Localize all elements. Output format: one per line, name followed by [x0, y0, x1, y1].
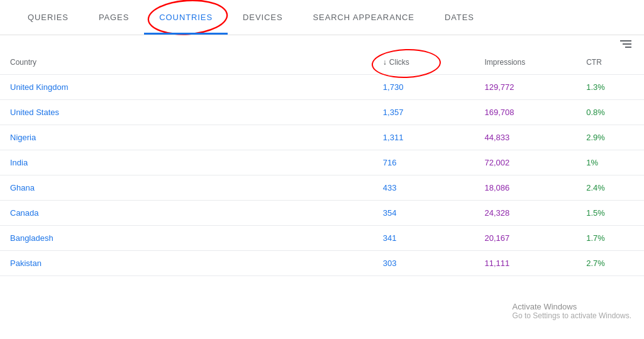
cell-clicks: 341	[373, 226, 475, 251]
cell-impressions: 169,708	[475, 100, 577, 125]
tab-devices[interactable]: DEVICES	[228, 0, 297, 35]
tab-search-appearance[interactable]: SEARCH APPEARANCE	[297, 0, 429, 35]
cell-clicks: 1,357	[373, 100, 475, 125]
tab-pages[interactable]: PAGES	[84, 0, 144, 35]
table-row: Ghana43318,0862.4%	[0, 175, 644, 201]
countries-table: Country ↓ Clicks Impressions CTR United …	[0, 50, 644, 276]
tab-countries[interactable]: COUNTRIES	[144, 0, 228, 35]
cell-impressions: 72,002	[475, 150, 577, 175]
cell-impressions: 44,833	[475, 125, 577, 150]
cell-ctr: 1.7%	[576, 226, 644, 251]
activate-windows-watermark: Activate Windows Go to Settings to activ…	[513, 302, 631, 320]
cell-ctr: 0.8%	[576, 100, 644, 125]
cell-ctr: 1.3%	[576, 75, 644, 100]
nav-tabs: QUERIES PAGES COUNTRIES DEVICES SEARCH A…	[0, 0, 644, 35]
table-row: Bangladesh34120,1671.7%	[0, 226, 644, 251]
cell-clicks: 303	[373, 251, 475, 276]
filter-button[interactable]	[620, 40, 631, 48]
cell-impressions: 18,086	[475, 175, 577, 201]
cell-country[interactable]: India	[0, 150, 373, 175]
table-row: Nigeria1,31144,8332.9%	[0, 125, 644, 150]
cell-ctr: 1.5%	[576, 201, 644, 226]
cell-impressions: 20,167	[475, 226, 577, 251]
cell-impressions: 24,328	[475, 201, 577, 226]
table-row: United Kingdom1,730129,7721.3%	[0, 75, 644, 100]
cell-clicks: 433	[373, 175, 475, 201]
header-country: Country	[0, 50, 373, 75]
cell-country[interactable]: United States	[0, 100, 373, 125]
cell-clicks: 716	[373, 150, 475, 175]
cell-clicks: 1,311	[373, 125, 475, 150]
cell-country[interactable]: Ghana	[0, 175, 373, 201]
table-row: Canada35424,3281.5%	[0, 201, 644, 226]
cell-country[interactable]: Canada	[0, 201, 373, 226]
cell-ctr: 2.4%	[576, 175, 644, 201]
header-impressions[interactable]: Impressions	[475, 50, 577, 75]
cell-ctr: 2.7%	[576, 251, 644, 276]
table-header-row: Country ↓ Clicks Impressions CTR	[0, 50, 644, 75]
cell-impressions: 129,772	[475, 75, 577, 100]
header-ctr[interactable]: CTR	[576, 50, 644, 75]
cell-country[interactable]: Pakistan	[0, 251, 373, 276]
table-body: United Kingdom1,730129,7721.3%United Sta…	[0, 75, 644, 276]
cell-country[interactable]: Nigeria	[0, 125, 373, 150]
cell-country[interactable]: Bangladesh	[0, 226, 373, 251]
filter-row	[0, 35, 644, 50]
cell-ctr: 2.9%	[576, 125, 644, 150]
cell-clicks: 354	[373, 201, 475, 226]
table-row: Pakistan30311,1112.7%	[0, 251, 644, 276]
cell-clicks: 1,730	[373, 75, 475, 100]
header-clicks[interactable]: ↓ Clicks	[373, 50, 475, 75]
tab-dates[interactable]: DATES	[430, 0, 489, 35]
clicks-sort-wrap: ↓ Clicks	[383, 58, 409, 67]
table-row: India71672,0021%	[0, 150, 644, 175]
cell-impressions: 11,111	[475, 251, 577, 276]
sort-arrow-icon: ↓	[383, 58, 387, 67]
cell-ctr: 1%	[576, 150, 644, 175]
cell-country[interactable]: United Kingdom	[0, 75, 373, 100]
tab-queries[interactable]: QUERIES	[13, 0, 84, 35]
table-row: United States1,357169,7080.8%	[0, 100, 644, 125]
